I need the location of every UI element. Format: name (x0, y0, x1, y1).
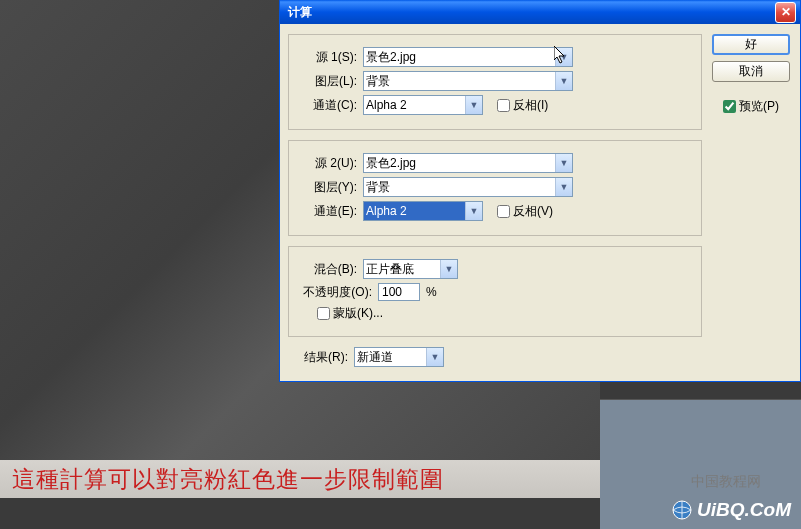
opacity-label: 不透明度(O): (297, 284, 372, 301)
chevron-down-icon: ▼ (555, 178, 572, 196)
opacity-unit: % (426, 285, 437, 299)
source2-channel-label: 通道(E): (297, 203, 357, 220)
close-icon: ✕ (781, 5, 791, 19)
blend-label: 混合(B): (297, 261, 357, 278)
watermark: UiBQ.CoM (671, 499, 791, 521)
globe-icon (671, 499, 693, 521)
source1-group: 源 1(S): 景色2.jpg ▼ 图层(L): 背景 ▼ 通道(C): (288, 34, 702, 130)
dialog-titlebar[interactable]: 计算 ✕ (280, 0, 800, 24)
source1-channel-select[interactable]: Alpha 2 ▼ (363, 95, 483, 115)
chevron-down-icon: ▼ (465, 96, 482, 114)
preview-checkbox[interactable]: 预览(P) (723, 98, 779, 115)
caption-text: 這種計算可以對亮粉紅色進一步限制範圍 (12, 464, 444, 495)
dialog-title: 计算 (284, 4, 775, 21)
chevron-down-icon: ▼ (555, 154, 572, 172)
source2-channel-select[interactable]: Alpha 2 ▼ (363, 201, 483, 221)
opacity-input[interactable] (378, 283, 420, 301)
source1-layer-label: 图层(L): (297, 73, 357, 90)
source2-group: 源 2(U): 景色2.jpg ▼ 图层(Y): 背景 ▼ 通道(E): (288, 140, 702, 236)
chevron-down-icon: ▼ (465, 202, 482, 220)
source1-channel-label: 通道(C): (297, 97, 357, 114)
blend-group: 混合(B): 正片叠底 ▼ 不透明度(O): % 蒙版(K)... (288, 246, 702, 337)
source2-invert-checkbox[interactable]: 反相(V) (497, 203, 553, 220)
close-button[interactable]: ✕ (775, 2, 796, 23)
calculations-dialog: 计算 ✕ 源 1(S): 景色2.jpg ▼ 图层(L): (279, 0, 801, 382)
result-select[interactable]: 新通道 ▼ (354, 347, 444, 367)
watermark-cn: 中国教程网 (691, 473, 761, 491)
source1-invert-checkbox[interactable]: 反相(I) (497, 97, 548, 114)
chevron-down-icon: ▼ (426, 348, 443, 366)
source2-label: 源 2(U): (297, 155, 357, 172)
mask-checkbox[interactable]: 蒙版(K)... (317, 305, 383, 322)
chevron-down-icon: ▼ (555, 72, 572, 90)
caption-bar: 這種計算可以對亮粉紅色進一步限制範圍 (0, 460, 600, 498)
source2-layer-label: 图层(Y): (297, 179, 357, 196)
chevron-down-icon: ▼ (440, 260, 457, 278)
result-label: 结果(R): (296, 349, 348, 366)
source1-layer-select[interactable]: 背景 ▼ (363, 71, 573, 91)
chevron-down-icon: ▼ (555, 48, 572, 66)
source1-file-select[interactable]: 景色2.jpg ▼ (363, 47, 573, 67)
source2-layer-select[interactable]: 背景 ▼ (363, 177, 573, 197)
cancel-button[interactable]: 取消 (712, 61, 790, 82)
watermark-text: UiBQ.CoM (697, 499, 791, 521)
source1-label: 源 1(S): (297, 49, 357, 66)
source2-file-select[interactable]: 景色2.jpg ▼ (363, 153, 573, 173)
blend-mode-select[interactable]: 正片叠底 ▼ (363, 259, 458, 279)
ok-button[interactable]: 好 (712, 34, 790, 55)
